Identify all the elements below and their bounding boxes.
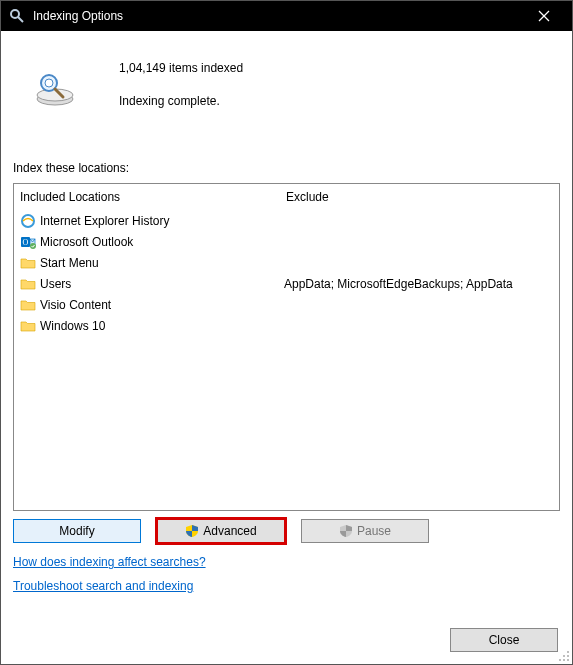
app-icon bbox=[9, 8, 25, 24]
svg-point-17 bbox=[559, 659, 561, 661]
modify-button[interactable]: Modify bbox=[13, 519, 141, 543]
close-button[interactable]: Close bbox=[450, 628, 558, 652]
ie-icon bbox=[20, 213, 36, 229]
column-header-exclude[interactable]: Exclude bbox=[284, 190, 559, 210]
list-item[interactable]: Windows 10 bbox=[18, 315, 280, 336]
modify-button-label: Modify bbox=[59, 524, 94, 538]
list-item-label: Users bbox=[40, 277, 71, 291]
svg-point-14 bbox=[567, 651, 569, 653]
folder-icon bbox=[20, 318, 36, 334]
svg-text:O: O bbox=[22, 238, 28, 247]
exclude-cell bbox=[284, 315, 559, 336]
locations-label: Index these locations: bbox=[13, 161, 560, 175]
outlook-icon: O bbox=[20, 234, 36, 250]
pause-button: Pause bbox=[301, 519, 429, 543]
advanced-button[interactable]: Advanced bbox=[157, 519, 285, 543]
list-item-label: Start Menu bbox=[40, 256, 99, 270]
indexing-icon bbox=[31, 65, 79, 113]
exclude-cell bbox=[284, 252, 559, 273]
folder-icon bbox=[20, 255, 36, 271]
indexing-status-message: Indexing complete. bbox=[119, 92, 243, 111]
help-link-troubleshoot[interactable]: Troubleshoot search and indexing bbox=[13, 579, 193, 593]
svg-point-16 bbox=[567, 655, 569, 657]
status-section: 1,04,149 items indexed Indexing complete… bbox=[13, 55, 560, 113]
advanced-button-label: Advanced bbox=[203, 524, 256, 538]
list-item-label: Windows 10 bbox=[40, 319, 105, 333]
help-link-how[interactable]: How does indexing affect searches? bbox=[13, 555, 206, 569]
window-title: Indexing Options bbox=[33, 9, 524, 23]
column-header-included[interactable]: Included Locations bbox=[18, 190, 280, 210]
svg-point-15 bbox=[563, 655, 565, 657]
list-item-label: Visio Content bbox=[40, 298, 111, 312]
uac-shield-icon bbox=[339, 524, 353, 538]
list-item[interactable]: Start Menu bbox=[18, 252, 280, 273]
svg-point-7 bbox=[45, 79, 53, 87]
list-item[interactable]: Users bbox=[18, 273, 280, 294]
titlebar: Indexing Options bbox=[1, 1, 572, 31]
items-indexed-count: 1,04,149 items indexed bbox=[119, 59, 243, 78]
svg-point-19 bbox=[567, 659, 569, 661]
svg-point-0 bbox=[11, 10, 19, 18]
svg-point-18 bbox=[563, 659, 565, 661]
folder-icon bbox=[20, 276, 36, 292]
folder-icon bbox=[20, 297, 36, 313]
exclude-cell bbox=[284, 231, 559, 252]
exclude-cell: AppData; MicrosoftEdgeBackups; AppData bbox=[284, 273, 559, 294]
list-item[interactable]: Internet Explorer History bbox=[18, 210, 280, 231]
exclude-cell bbox=[284, 294, 559, 315]
resize-grip[interactable] bbox=[558, 650, 570, 662]
list-item-label: Internet Explorer History bbox=[40, 214, 169, 228]
uac-shield-icon bbox=[185, 524, 199, 538]
svg-point-13 bbox=[30, 243, 36, 249]
list-item[interactable]: Visio Content bbox=[18, 294, 280, 315]
locations-listbox: Included Locations Internet Explorer His… bbox=[13, 183, 560, 511]
window-close-button[interactable] bbox=[524, 1, 564, 31]
list-item-label: Microsoft Outlook bbox=[40, 235, 133, 249]
pause-button-label: Pause bbox=[357, 524, 391, 538]
exclude-cell bbox=[284, 210, 559, 231]
svg-line-1 bbox=[18, 17, 23, 22]
list-item[interactable]: O Microsoft Outlook bbox=[18, 231, 280, 252]
